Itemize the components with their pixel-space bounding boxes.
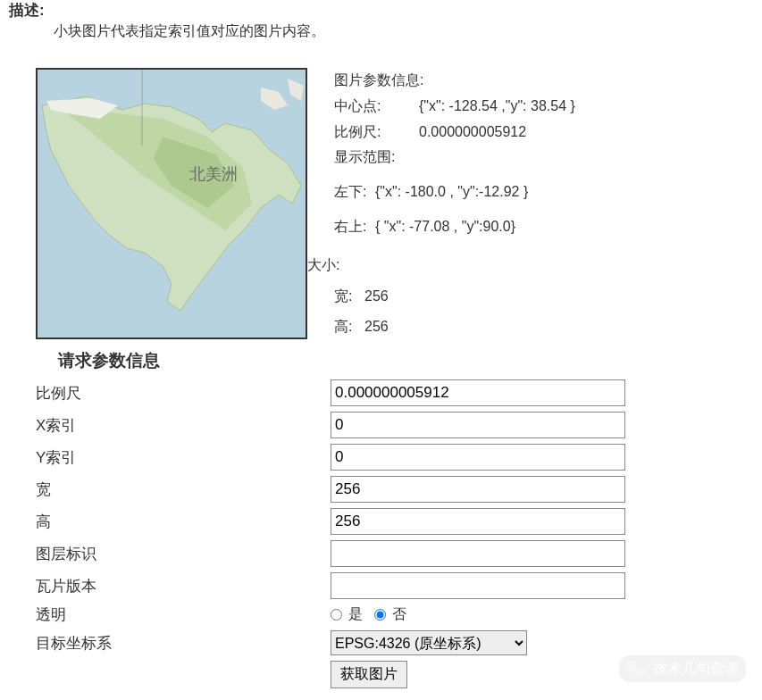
form-height-label: 高	[36, 512, 331, 532]
height-value: 256	[364, 314, 389, 340]
scale-value: 0.000000005912	[419, 120, 526, 146]
form-layer-input[interactable]	[331, 540, 625, 567]
description-title: 描述:	[9, 0, 753, 21]
tr-value: { "x": -77.08 , "y":90.0}	[375, 214, 515, 240]
form-transparent-label: 透明	[36, 604, 331, 625]
form-yindex-label: Y索引	[36, 447, 331, 468]
form-tile-input[interactable]	[331, 572, 625, 599]
form-crs-select[interactable]: EPSG:4326 (原坐标系)	[331, 630, 527, 655]
form-xindex-label: X索引	[36, 415, 331, 436]
map-svg	[38, 70, 306, 338]
form-xindex-input[interactable]	[331, 412, 625, 438]
request-params-header: 请求参数信息	[58, 349, 753, 372]
description-text: 小块图片代表指定索引值对应的图片内容。	[54, 22, 753, 41]
form-scale-label: 比例尺	[36, 383, 331, 404]
transparent-no-label: 否	[392, 606, 406, 621]
width-value: 256	[364, 284, 389, 310]
form-layer-label: 图层标识	[36, 544, 331, 564]
watermark-text: 技术几句杂谈	[653, 660, 739, 679]
map-tile-preview: 北美洲	[36, 68, 307, 339]
form-tile-label: 瓦片版本	[36, 576, 331, 596]
width-label: 宽:	[334, 284, 364, 310]
image-params-info: 图片参数信息: 中心点: {"x": -128.54 ,"y": 38.54 }…	[334, 68, 575, 340]
form-width-label: 宽	[36, 479, 331, 500]
tr-label: 右上:	[334, 214, 375, 240]
form-scale-input[interactable]	[331, 379, 625, 406]
form-height-input[interactable]	[331, 508, 625, 535]
center-label: 中心点:	[334, 94, 419, 120]
extent-label: 显示范围:	[334, 145, 575, 171]
height-label: 高:	[334, 314, 364, 340]
wechat-icon	[626, 659, 646, 679]
form-width-input[interactable]	[331, 476, 625, 503]
watermark: 技术几句杂谈	[619, 655, 746, 682]
scale-label: 比例尺:	[334, 120, 419, 146]
transparent-no-radio[interactable]	[374, 609, 386, 621]
form-crs-label: 目标坐标系	[36, 633, 331, 654]
submit-button[interactable]: 获取图片	[331, 661, 407, 688]
transparent-yes-label: 是	[348, 606, 363, 621]
bl-label: 左下:	[334, 179, 375, 205]
form-yindex-input[interactable]	[331, 444, 625, 471]
size-label: 大小:	[307, 253, 575, 279]
bl-value: {"x": -180.0 , "y":-12.92 }	[375, 179, 528, 205]
center-value: {"x": -128.54 ,"y": 38.54 }	[419, 94, 575, 120]
map-label: 北美洲	[189, 163, 238, 185]
transparent-yes-radio[interactable]	[331, 609, 342, 621]
params-header: 图片参数信息:	[334, 68, 575, 94]
